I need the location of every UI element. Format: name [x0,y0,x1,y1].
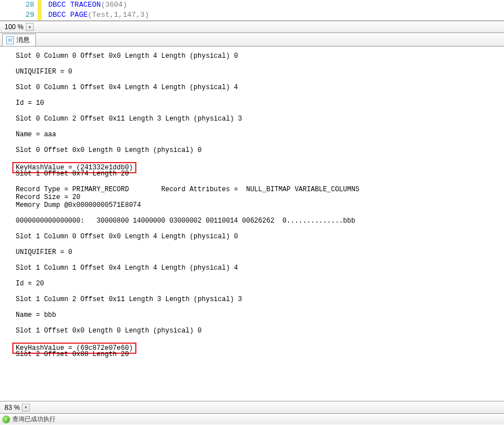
messages-icon [6,36,14,44]
zoom-value-bottom: 83 % [4,404,22,412]
output-line: Slot 1 Column 2 Offset 0x11 Length 3 Len… [16,295,498,303]
output-line [16,358,498,366]
zoom-dropdown[interactable]: ▾ [26,23,34,31]
output-line [16,303,498,311]
output-line [16,123,498,131]
output-line [16,256,498,264]
output-line: UNIQUIFIER = 0 [16,68,498,76]
output-line [16,272,498,280]
code-content[interactable]: DBCC TRACEON(3604) DBCC PAGE(Test,1,147,… [42,0,149,20]
output-line: Slot 1 Offset 0x0 Length 0 Length (physi… [16,327,498,335]
output-line: Name = aaa [16,131,498,138]
output-line: Slot 1 Offset 0x74 Length 20 [16,170,498,178]
output-line: 0000000000000000: 30000800 14000000 0300… [16,217,498,225]
output-line: Slot 1 Column 1 Offset 0x4 Length 4 Leng… [16,264,498,272]
output-line [16,91,498,99]
output-line [16,107,498,115]
output-line: Slot 2 Offset 0x88 Length 20 [16,350,498,358]
output-line: KeyHashValue = (69c872e07e60) [16,343,498,350]
output-line: Slot 0 Column 1 Offset 0x4 Length 4 Leng… [16,84,498,91]
status-text: 查询已成功执行 [12,415,56,423]
messages-output[interactable]: Slot 0 Column 0 Offset 0x0 Length 4 Leng… [0,47,504,401]
tab-messages[interactable]: 消息 [2,34,36,46]
output-line [16,209,498,217]
line-number: 29 [0,10,34,20]
line-number: 28 [0,0,34,10]
result-tab-bar: 消息 [0,33,504,47]
output-line [16,76,498,84]
output-line [16,225,498,233]
success-icon: ✓ [2,415,10,423]
output-line [16,138,498,146]
output-line: Slot 0 Column 0 Offset 0x0 Length 4 Leng… [16,52,498,60]
output-line [16,335,498,343]
output-line: UNIQUIFIER = 0 [16,248,498,256]
zoom-value: 100 % [4,23,26,31]
code-editor[interactable]: 28 29 DBCC TRACEON(3604) DBCC PAGE(Test,… [0,0,504,21]
output-line [16,319,498,327]
output-line: Slot 1 Column 0 Offset 0x0 Length 4 Leng… [16,233,498,241]
zoom-top-bar: 100 % ▾ [0,21,504,33]
output-line [16,241,498,248]
output-line: Memory Dump @0x00000000571E8074 [16,201,498,209]
code-line[interactable]: DBCC PAGE(Test,1,147,3) [48,10,149,20]
output-line: Record Type = PRIMARY_RECORD Record Attr… [16,186,498,193]
output-line: Name = bbb [16,311,498,319]
tab-label: 消息 [16,35,30,45]
line-gutter: 28 29 [0,0,38,20]
output-line [16,60,498,68]
zoom-bottom-bar: 83 % ▾ [0,401,504,413]
output-line: Id = 10 [16,99,498,107]
output-line [16,288,498,295]
zoom-dropdown-bottom[interactable]: ▾ [22,404,30,412]
output-line [16,178,498,186]
status-bar: ✓ 查询已成功执行 [0,413,504,424]
output-line: Id = 20 [16,280,498,288]
output-line [16,154,498,162]
output-line: Slot 0 Column 2 Offset 0x11 Length 3 Len… [16,115,498,123]
output-line: KeyHashValue = (241332e1ddb0) [16,162,498,170]
output-line: Slot 0 Offset 0x0 Length 0 Length (physi… [16,146,498,154]
output-line: Record Size = 20 [16,193,498,201]
code-line[interactable]: DBCC TRACEON(3604) [48,0,149,10]
